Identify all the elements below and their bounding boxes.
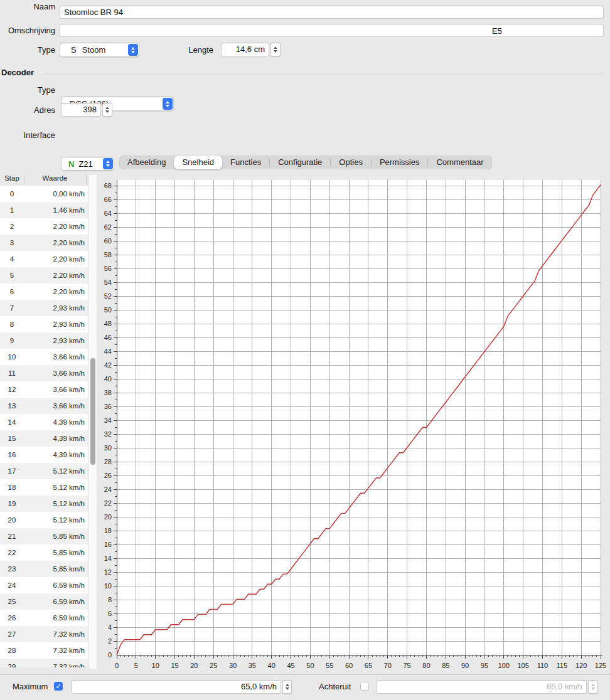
step-cell: 5 [0, 272, 24, 279]
svg-text:34: 34 [104, 416, 112, 424]
value-cell: 3,66 km/h [24, 402, 88, 410]
adres-label: Adres [0, 103, 55, 117]
loc-type-name: Stoom [77, 45, 106, 55]
column-header-stap[interactable]: Stap [0, 174, 24, 182]
maximum-checkbox[interactable]: ✓ [54, 682, 63, 691]
svg-text:90: 90 [461, 662, 469, 669]
table-scrollbar-thumb[interactable] [90, 358, 95, 465]
column-header-waarde[interactable]: Waarde [24, 174, 86, 182]
value-cell: 2,20 km/h [24, 272, 88, 279]
svg-text:24: 24 [104, 485, 112, 493]
chevron-updown-icon [128, 44, 138, 56]
naam-field[interactable]: Stoomloc BR 94 [60, 6, 604, 19]
value-cell: 4,39 km/h [24, 451, 88, 459]
lengte-field[interactable]: 14,6 cm [221, 43, 269, 56]
table-row[interactable]: 235,85 km/h [0, 561, 88, 577]
step-cell: 16 [0, 451, 24, 459]
maximum-stepper[interactable] [282, 680, 292, 694]
table-row[interactable]: 11,46 km/h [0, 202, 88, 218]
speed-curve-chart[interactable]: 0246810121416182022242628303234363840424… [100, 174, 610, 674]
svg-text:0: 0 [108, 651, 112, 659]
stepper-up-icon [286, 684, 289, 686]
svg-text:20: 20 [104, 513, 112, 521]
achteruit-field: 65,0 km/h [377, 680, 587, 694]
svg-text:65: 65 [365, 662, 372, 669]
step-cell: 26 [0, 614, 24, 622]
table-row[interactable]: 256,59 km/h [0, 593, 88, 610]
table-row[interactable]: 62,20 km/h [0, 284, 88, 300]
table-row[interactable]: 195,12 km/h [0, 496, 88, 512]
tab-configuratie[interactable]: Configuratie [270, 156, 330, 169]
tab-commentaar[interactable]: Commentaar [428, 156, 491, 169]
table-row[interactable]: 215,85 km/h [0, 528, 88, 544]
adres-field[interactable]: 398 [61, 103, 101, 117]
step-cell: 20 [0, 516, 24, 524]
interface-dropdown[interactable]: N Z21 [61, 157, 114, 171]
step-cell: 21 [0, 533, 24, 540]
table-row[interactable]: 133,66 km/h [0, 398, 88, 414]
table-row[interactable]: 22,20 km/h [0, 218, 88, 235]
svg-text:5: 5 [134, 662, 138, 669]
value-cell: 2,20 km/h [24, 255, 88, 263]
value-cell: 6,59 km/h [24, 598, 88, 605]
tab-snelheid[interactable]: Snelheid [174, 156, 222, 169]
step-cell: 19 [0, 500, 24, 507]
maximum-field[interactable]: 65,0 km/h [72, 680, 281, 694]
table-row[interactable]: 82,93 km/h [0, 316, 88, 332]
tab-afbeelding[interactable]: Afbeelding [119, 156, 174, 169]
svg-text:125: 125 [595, 662, 606, 669]
svg-text:14: 14 [104, 554, 112, 562]
table-row[interactable]: 287,32 km/h [0, 642, 88, 659]
svg-text:8: 8 [108, 596, 112, 603]
table-row[interactable]: 185,12 km/h [0, 479, 88, 496]
svg-text:70: 70 [384, 662, 392, 669]
table-row[interactable]: 297,32 km/h [0, 659, 88, 667]
step-cell: 4 [0, 255, 24, 263]
table-row[interactable]: 164,39 km/h [0, 447, 88, 463]
svg-text:28: 28 [104, 458, 112, 465]
table-row[interactable]: 225,85 km/h [0, 544, 88, 561]
svg-text:95: 95 [481, 662, 488, 669]
svg-text:80: 80 [422, 662, 430, 669]
table-row[interactable]: 92,93 km/h [0, 332, 88, 349]
table-row[interactable]: 113,66 km/h [0, 365, 88, 381]
step-cell: 25 [0, 598, 24, 605]
table-scrollbar-track[interactable] [88, 175, 97, 669]
table-row[interactable]: 52,20 km/h [0, 267, 88, 284]
decoder-divider [41, 73, 604, 73]
table-row[interactable]: 175,12 km/h [0, 463, 88, 479]
step-cell: 17 [0, 467, 24, 475]
step-cell: 7 [0, 304, 24, 312]
tab-opties[interactable]: Opties [331, 156, 371, 169]
stepper-down-icon [591, 687, 595, 690]
tab-functies[interactable]: Functies [222, 156, 269, 169]
achteruit-checkbox[interactable] [360, 682, 369, 691]
stepper-up-icon [105, 107, 109, 109]
table-row[interactable]: 103,66 km/h [0, 349, 88, 365]
svg-text:85: 85 [442, 662, 449, 669]
omschrijving-field[interactable]: E5 [60, 24, 604, 37]
loc-type-dropdown[interactable]: S Stoom [60, 43, 139, 57]
table-row[interactable]: 42,20 km/h [0, 251, 88, 267]
table-row[interactable]: 144,39 km/h [0, 414, 88, 430]
table-row[interactable]: 246,59 km/h [0, 577, 88, 593]
table-row[interactable]: 123,66 km/h [0, 381, 88, 398]
svg-text:22: 22 [104, 499, 112, 507]
adres-stepper[interactable] [102, 103, 112, 117]
tab-permissies[interactable]: Permissies [372, 156, 428, 169]
table-row[interactable]: 00,00 km/h [0, 186, 88, 202]
tab-bar: AfbeeldingSnelheidFunctiesConfiguratieOp… [119, 156, 492, 169]
naam-value: Stoomloc BR 94 [64, 8, 123, 17]
lengte-stepper[interactable] [270, 43, 281, 56]
table-row[interactable]: 154,39 km/h [0, 430, 88, 447]
table-row[interactable]: 32,20 km/h [0, 235, 88, 251]
step-cell: 1 [0, 206, 24, 214]
svg-text:56: 56 [104, 265, 112, 272]
svg-text:44: 44 [104, 347, 112, 355]
table-row[interactable]: 205,12 km/h [0, 512, 88, 528]
value-cell: 7,32 km/h [24, 663, 88, 667]
table-row[interactable]: 266,59 km/h [0, 610, 88, 626]
table-row[interactable]: 277,32 km/h [0, 626, 88, 642]
table-row[interactable]: 72,93 km/h [0, 300, 88, 316]
stepper-up-icon [274, 46, 277, 49]
